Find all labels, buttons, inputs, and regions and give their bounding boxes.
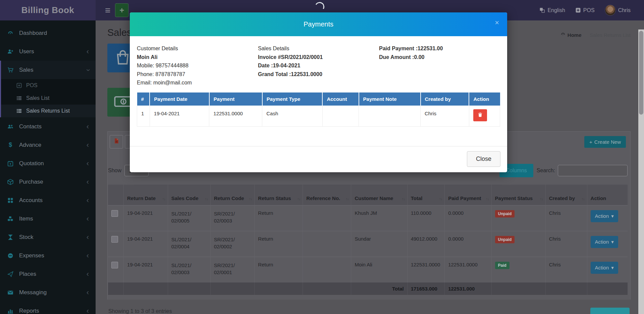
modal-body: Customer Details Moin Ali Mobile: 987574… <box>130 36 507 146</box>
quick-add-button[interactable]: + <box>115 3 128 17</box>
sidebar-item-expenses[interactable]: Expenses ‹ <box>0 246 96 265</box>
plus-icon: + <box>119 6 124 15</box>
sidebar-item-pos[interactable]: POS <box>1 79 96 92</box>
customer-details-heading: Customer Details <box>137 44 258 53</box>
breadcrumb-home-link[interactable]: Home <box>560 32 582 38</box>
cube-icon <box>6 179 15 185</box>
scrollbar-track <box>638 29 644 314</box>
invoice-number: Invoice #SR/2021/02/0001 <box>258 53 379 62</box>
language-menu[interactable]: English <box>539 7 565 13</box>
grid-icon <box>6 197 15 203</box>
sort-icon: ↑↓ <box>205 197 208 201</box>
trash-icon <box>478 112 483 118</box>
scrollbar-thumb[interactable] <box>639 31 643 115</box>
payments-header-row: # Payment Date Payment Payment Type Acco… <box>137 92 500 106</box>
sort-icon: ↑↓ <box>249 197 252 201</box>
bar-chart-icon <box>6 308 15 314</box>
search-label: Search: <box>537 168 555 174</box>
sort-icon: ↑↓ <box>345 197 348 201</box>
envelope-icon <box>6 290 15 296</box>
row-checkbox[interactable] <box>111 262 118 268</box>
row-action-button[interactable]: Action▾ <box>591 262 618 274</box>
paid-payment: Paid Payment :122531.00 <box>379 44 500 53</box>
user-menu[interactable]: Chris <box>605 5 631 16</box>
col-return-status[interactable]: Return Status↑↓ <box>255 185 303 205</box>
chevron-left-icon: ‹ <box>87 234 89 241</box>
col-sales-code[interactable]: Sales Code↑↓ <box>168 185 210 205</box>
chevron-left-icon: ‹ <box>87 160 89 167</box>
dollar-icon: $ <box>6 141 15 148</box>
sidebar-item-items[interactable]: Items ‹ <box>0 209 96 228</box>
col-total[interactable]: Total↑↓ <box>407 185 445 205</box>
due-amount: Due Amount :0.00 <box>379 53 500 62</box>
sort-icon: ↑↓ <box>439 197 442 201</box>
search-input[interactable] <box>558 165 628 176</box>
customer-name: Moin Ali <box>137 53 258 62</box>
chevron-left-icon: ‹ <box>87 215 89 223</box>
sort-icon: ↑↓ <box>162 197 165 201</box>
breadcrumb: Home > Sales Returns List <box>560 32 631 38</box>
chevron-left-icon: ‹ <box>87 123 89 130</box>
sidebar-group-sales: Sales ‹ POS Sales List Sales Returns Lis… <box>0 61 96 117</box>
select-all-header <box>108 185 123 205</box>
table-row: 19-04-2021 SL/2021/02/0005 SR/2021/02/00… <box>108 205 628 231</box>
table-row: 19-04-2021 SL/2021/02/0003 SR/2021/02/00… <box>108 257 628 282</box>
pos-label: POS <box>583 7 595 13</box>
create-new-button[interactable]: + Create New <box>584 136 626 148</box>
sidebar-item-messaging[interactable]: Messaging ‹ <box>0 283 96 302</box>
sort-icon: ↑↓ <box>402 197 405 201</box>
sidebar-item-places[interactable]: Places ‹ <box>0 265 96 283</box>
sidebar-item-users[interactable]: Users ‹ <box>0 42 96 61</box>
th-list-icon <box>16 108 22 114</box>
sidebar-item-advance[interactable]: $ Advance ‹ <box>0 136 96 154</box>
floating-action-button[interactable] <box>590 308 630 314</box>
row-action-button[interactable]: Action▾ <box>591 236 618 248</box>
caret-down-icon: ▾ <box>611 239 614 245</box>
pdf-file-icon <box>114 138 119 145</box>
col-payment: Payment <box>209 92 262 106</box>
status-badge: Unpaid <box>495 236 515 243</box>
sidebar-item-reports[interactable]: Reports ‹ <box>0 302 96 314</box>
col-customer-name[interactable]: Customer Name↑↓ <box>351 185 407 205</box>
row-checkbox[interactable] <box>111 210 118 217</box>
col-return-code[interactable]: Return Code↑↓ <box>210 185 255 205</box>
pos-menu[interactable]: POS <box>575 7 595 13</box>
user-avatar <box>605 5 616 16</box>
col-return-date[interactable]: Return Date↑↓ <box>123 185 168 205</box>
sidebar-item-accounts[interactable]: Accounts ‹ <box>0 191 96 209</box>
col-num: # <box>137 92 150 106</box>
th-list-icon <box>16 96 22 101</box>
sidebar-item-sales-list[interactable]: Sales List <box>1 92 96 105</box>
sidebar-item-stock[interactable]: Stock ‹ <box>0 228 96 246</box>
col-reference-no[interactable]: Reference No.↑↓ <box>303 185 351 205</box>
sidebar-item-dashboard[interactable]: Dashboard <box>0 24 96 42</box>
total-label: Total <box>351 282 407 295</box>
chevron-left-icon: ‹ <box>87 48 89 55</box>
sidebar-item-quotation[interactable]: Quotation ‹ <box>0 154 96 173</box>
caret-down-icon: ▾ <box>611 265 614 271</box>
table-total-row: Total 171653.000 122531.000 <box>108 282 628 295</box>
dashboard-gauge-icon <box>6 30 15 36</box>
delete-payment-button[interactable] <box>473 109 487 121</box>
sidebar-item-purchase[interactable]: Purchase ‹ <box>0 173 96 191</box>
export-pdf-button[interactable] <box>110 135 123 148</box>
col-payment-status[interactable]: Payment Status↑↓ <box>491 185 545 205</box>
row-action-button[interactable]: Action▾ <box>591 210 618 222</box>
cubes-icon <box>6 216 15 222</box>
calendar-plus-icon <box>6 161 15 167</box>
sidebar-item-sales[interactable]: Sales ‹ <box>1 61 96 79</box>
close-button[interactable]: Close <box>467 151 500 167</box>
hamburger-menu-icon[interactable]: ≡ <box>105 6 110 15</box>
sidebar-item-contacts[interactable]: Contacts ‹ <box>0 117 96 136</box>
row-checkbox[interactable] <box>111 236 118 243</box>
col-created-by[interactable]: Created by↑↓ <box>545 185 587 205</box>
sort-icon: ↑↓ <box>486 197 489 201</box>
close-icon[interactable]: × <box>495 19 499 26</box>
col-paid-payment[interactable]: Paid Payment↑↓ <box>445 185 491 205</box>
sort-icon: ↑↓ <box>540 197 543 201</box>
modal-footer: Close <box>130 146 507 172</box>
chevron-left-icon: ‹ <box>87 178 89 186</box>
sidebar-item-sales-returns-list[interactable]: Sales Returns List <box>1 105 96 117</box>
breadcrumb-separator: > <box>584 32 587 38</box>
chevron-left-icon: ‹ <box>87 289 89 296</box>
